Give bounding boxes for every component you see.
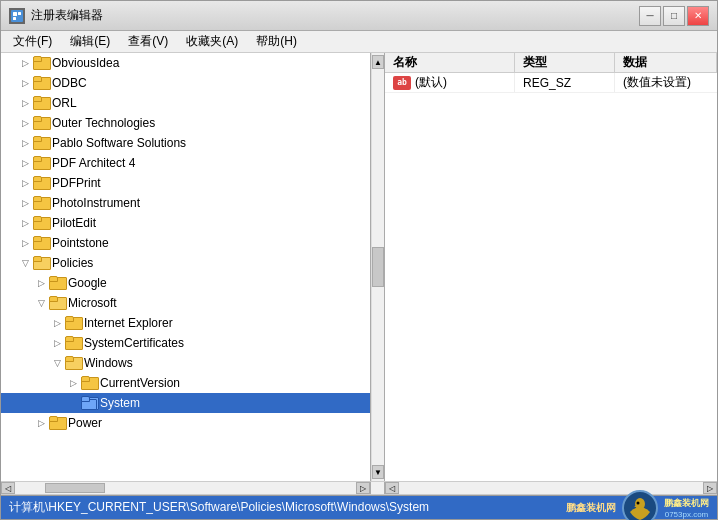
folder-icon bbox=[65, 356, 81, 370]
folder-icon bbox=[33, 76, 49, 90]
folder-icon bbox=[33, 236, 49, 250]
registry-row-default[interactable]: ab (默认) REG_SZ (数值未设置) bbox=[385, 73, 717, 93]
folder-icon bbox=[33, 96, 49, 110]
tree-item-ie[interactable]: ▷ Internet Explorer bbox=[1, 313, 370, 333]
logo-site-text: 鹏鑫装机网 0753px.com bbox=[664, 497, 709, 519]
folder-icon bbox=[33, 56, 49, 70]
expand-icon[interactable] bbox=[65, 395, 81, 411]
column-name: 名称 bbox=[385, 53, 515, 72]
menu-edit[interactable]: 编辑(E) bbox=[62, 31, 118, 52]
tree-item-power[interactable]: ▷ Power bbox=[1, 413, 370, 433]
expand-icon[interactable]: ▽ bbox=[33, 295, 49, 311]
menu-view[interactable]: 查看(V) bbox=[120, 31, 176, 52]
svg-rect-2 bbox=[18, 12, 21, 15]
expand-icon[interactable]: ▷ bbox=[17, 115, 33, 131]
folder-icon bbox=[33, 136, 49, 150]
tree-item-microsoft[interactable]: ▽ Microsoft bbox=[1, 293, 370, 313]
menu-favorites[interactable]: 收藏夹(A) bbox=[178, 31, 246, 52]
folder-icon bbox=[33, 216, 49, 230]
tree-item-pablo[interactable]: ▷ Pablo Software Solutions bbox=[1, 133, 370, 153]
folder-icon bbox=[65, 316, 81, 330]
tree-item-photo[interactable]: ▷ PhotoInstrument bbox=[1, 193, 370, 213]
minimize-button[interactable]: ─ bbox=[639, 6, 661, 26]
right-pane: 名称 类型 数据 ab (默认) REG_SZ (数值未设置) bbox=[385, 53, 717, 481]
expand-icon[interactable]: ▷ bbox=[17, 175, 33, 191]
folder-icon bbox=[33, 256, 49, 270]
tree-item-windows[interactable]: ▽ Windows bbox=[1, 353, 370, 373]
cell-type: REG_SZ bbox=[515, 73, 615, 92]
tree-item-orl[interactable]: ▷ ORL bbox=[1, 93, 370, 113]
close-button[interactable]: ✕ bbox=[687, 6, 709, 26]
tree-item-currentversion[interactable]: ▷ CurrentVersion bbox=[1, 373, 370, 393]
tree-item-pdf-architect[interactable]: ▷ PDF Architect 4 bbox=[1, 153, 370, 173]
folder-icon bbox=[33, 176, 49, 190]
expand-icon[interactable]: ▷ bbox=[17, 215, 33, 231]
folder-icon bbox=[49, 276, 65, 290]
tree-item-pdfprint[interactable]: ▷ PDFPrint bbox=[1, 173, 370, 193]
tree-item-odbc[interactable]: ▷ ODBC bbox=[1, 73, 370, 93]
folder-icon bbox=[33, 116, 49, 130]
folder-icon bbox=[65, 336, 81, 350]
expand-icon[interactable]: ▽ bbox=[49, 355, 65, 371]
svg-rect-0 bbox=[11, 10, 23, 22]
tree-item-system[interactable]: System bbox=[1, 393, 370, 413]
svg-rect-3 bbox=[13, 17, 16, 20]
expand-icon[interactable]: ▷ bbox=[49, 315, 65, 331]
column-data: 数据 bbox=[615, 53, 717, 72]
window-title: 注册表编辑器 bbox=[31, 7, 103, 24]
expand-icon[interactable]: ▷ bbox=[17, 55, 33, 71]
menu-help[interactable]: 帮助(H) bbox=[248, 31, 305, 52]
tree-item-syscerts[interactable]: ▷ SystemCertificates bbox=[1, 333, 370, 353]
folder-icon bbox=[33, 156, 49, 170]
tree-scrollbar[interactable]: ▲ ▼ bbox=[371, 53, 385, 481]
expand-icon[interactable]: ▷ bbox=[17, 195, 33, 211]
right-pane-header: 名称 类型 数据 bbox=[385, 53, 717, 73]
menu-bar: 文件(F) 编辑(E) 查看(V) 收藏夹(A) 帮助(H) bbox=[1, 31, 717, 53]
expand-icon[interactable]: ▷ bbox=[49, 335, 65, 351]
folder-icon bbox=[49, 296, 65, 310]
registry-editor-window: 注册表编辑器 ─ □ ✕ 文件(F) 编辑(E) 查看(V) 收藏夹(A) 帮助… bbox=[0, 0, 718, 520]
cell-name: ab (默认) bbox=[385, 73, 515, 92]
logo-text: 鹏鑫装机网 bbox=[566, 501, 616, 515]
folder-icon bbox=[49, 416, 65, 430]
tree-item-outer-tech[interactable]: ▷ Outer Technologies bbox=[1, 113, 370, 133]
logo-area: 鹏鑫装机网 鹏鑫装机网 0753px.com bbox=[566, 490, 709, 521]
tree-item-policies[interactable]: ▽ Policies bbox=[1, 253, 370, 273]
main-content: ▷ ObviousIdea ▷ ODBC ▷ ORL ▷ bbox=[1, 53, 717, 481]
tree-pane[interactable]: ▷ ObviousIdea ▷ ODBC ▷ ORL ▷ bbox=[1, 53, 371, 481]
svg-point-5 bbox=[637, 501, 640, 504]
tree-item-google[interactable]: ▷ Google bbox=[1, 273, 370, 293]
menu-file[interactable]: 文件(F) bbox=[5, 31, 60, 52]
folder-icon bbox=[33, 196, 49, 210]
expand-icon[interactable]: ▷ bbox=[33, 415, 49, 431]
expand-icon[interactable]: ▷ bbox=[17, 75, 33, 91]
folder-icon bbox=[81, 396, 97, 410]
expand-icon[interactable]: ▷ bbox=[65, 375, 81, 391]
maximize-button[interactable]: □ bbox=[663, 6, 685, 26]
reg-value-icon: ab bbox=[393, 76, 411, 90]
tree-item-pointstone[interactable]: ▷ Pointstone bbox=[1, 233, 370, 253]
column-type: 类型 bbox=[515, 53, 615, 72]
tree-item-pilotedit[interactable]: ▷ PilotEdit bbox=[1, 213, 370, 233]
expand-icon[interactable]: ▷ bbox=[33, 275, 49, 291]
tree-item-obviousidea[interactable]: ▷ ObviousIdea bbox=[1, 53, 370, 73]
expand-icon[interactable]: ▽ bbox=[17, 255, 33, 271]
expand-icon[interactable]: ▷ bbox=[17, 235, 33, 251]
expand-icon[interactable]: ▷ bbox=[17, 135, 33, 151]
window-controls: ─ □ ✕ bbox=[639, 6, 709, 26]
status-bar: 计算机\HKEY_CURRENT_USER\Software\Policies\… bbox=[1, 495, 717, 519]
svg-rect-1 bbox=[13, 12, 17, 16]
expand-icon[interactable]: ▷ bbox=[17, 95, 33, 111]
cell-data: (数值未设置) bbox=[615, 73, 717, 92]
app-icon bbox=[9, 8, 25, 24]
folder-icon bbox=[81, 376, 97, 390]
title-bar-left: 注册表编辑器 bbox=[9, 7, 103, 24]
tree-h-scrollbar[interactable]: ◁ ▷ bbox=[1, 482, 371, 494]
title-bar: 注册表编辑器 ─ □ ✕ bbox=[1, 1, 717, 31]
status-path: 计算机\HKEY_CURRENT_USER\Software\Policies\… bbox=[9, 499, 429, 516]
expand-icon[interactable]: ▷ bbox=[17, 155, 33, 171]
logo-eagle bbox=[622, 490, 658, 521]
